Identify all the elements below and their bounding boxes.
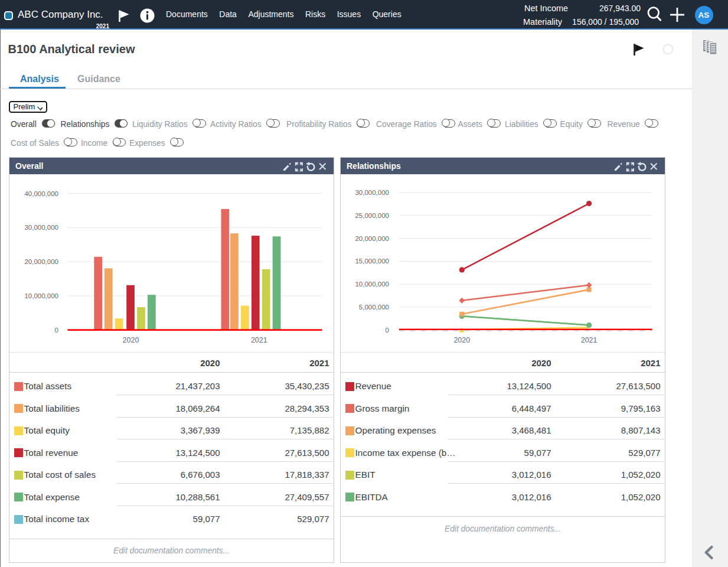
svg-text:20,000,000: 20,000,000 [355,235,389,242]
svg-text:2020: 2020 [123,336,139,344]
svg-text:40,000,000: 40,000,000 [24,190,58,197]
svg-text:2021: 2021 [251,336,267,344]
svg-text:2021: 2021 [581,336,598,344]
svg-text:10,000,000: 10,000,000 [355,281,389,288]
svg-text:25,000,000: 25,000,000 [355,212,389,219]
svg-text:30,000,000: 30,000,000 [355,189,389,196]
svg-text:0: 0 [55,327,58,334]
svg-text:15,000,000: 15,000,000 [355,258,389,265]
svg-text:0: 0 [386,327,389,334]
svg-text:20,000,000: 20,000,000 [24,258,58,265]
svg-text:10,000,000: 10,000,000 [24,292,58,299]
svg-text:5,000,000: 5,000,000 [359,304,389,311]
svg-text:30,000,000: 30,000,000 [24,224,58,231]
svg-text:2020: 2020 [453,336,470,344]
